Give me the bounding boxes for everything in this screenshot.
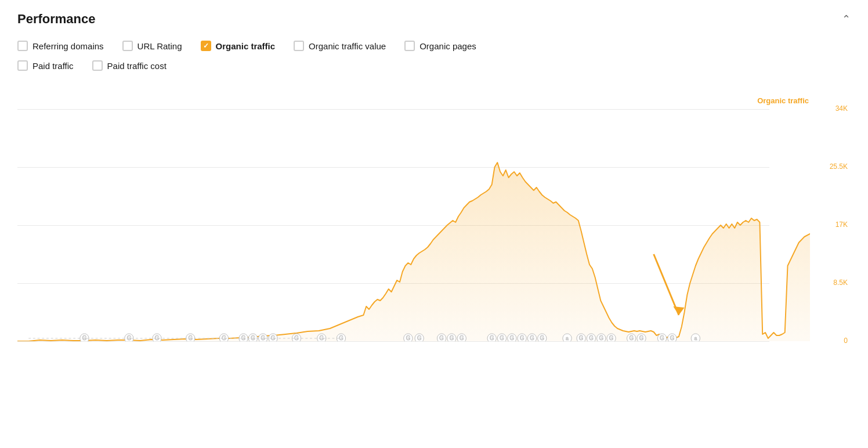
svg-text:G: G <box>629 335 633 341</box>
svg-text:G: G <box>670 335 674 341</box>
collapse-icon[interactable]: ⌃ <box>842 13 851 26</box>
filter-organic-traffic-value[interactable]: Organic traffic value <box>294 41 386 51</box>
svg-text:G: G <box>460 335 464 341</box>
svg-text:G: G <box>294 335 298 341</box>
label-organic-pages: Organic pages <box>419 41 476 51</box>
checkbox-organic-traffic-value[interactable] <box>294 41 304 51</box>
svg-text:G: G <box>639 335 643 341</box>
svg-text:G: G <box>320 335 324 341</box>
label-url-rating: URL Rating <box>138 41 182 51</box>
svg-line-0 <box>654 254 679 315</box>
label-organic-traffic-value: Organic traffic value <box>309 41 386 51</box>
checkbox-paid-traffic[interactable] <box>17 60 28 71</box>
filter-url-rating[interactable]: URL Rating <box>122 41 182 51</box>
y-axis-series-label: Organic traffic <box>757 96 809 105</box>
checkbox-organic-traffic[interactable] <box>201 41 211 51</box>
svg-text:G: G <box>241 335 245 341</box>
svg-text:G: G <box>155 335 159 341</box>
svg-text:a: a <box>694 335 697 341</box>
svg-text:G: G <box>251 335 255 341</box>
checkbox-referring-domains[interactable] <box>17 41 28 51</box>
svg-text:G: G <box>540 335 544 341</box>
page-title: Performance <box>17 12 96 27</box>
filter-paid-traffic-cost[interactable]: Paid traffic cost <box>92 60 167 71</box>
svg-text:G: G <box>439 335 443 341</box>
svg-text:G: G <box>589 335 593 341</box>
filter-organic-pages[interactable]: Organic pages <box>404 41 476 51</box>
svg-text:G: G <box>599 335 603 341</box>
filter-organic-traffic[interactable]: Organic traffic <box>201 41 276 51</box>
svg-text:G: G <box>417 335 421 341</box>
svg-text:G: G <box>450 335 454 341</box>
svg-text:G: G <box>261 335 265 341</box>
svg-text:G: G <box>530 335 534 341</box>
label-paid-traffic-cost: Paid traffic cost <box>107 61 167 71</box>
svg-text:G: G <box>500 335 504 341</box>
svg-text:G: G <box>271 335 275 341</box>
performance-chart: Organic traffic 34K 25.5K 17K 8.5K 0 <box>17 80 851 359</box>
filter-paid-traffic[interactable]: Paid traffic <box>17 60 74 71</box>
svg-text:G: G <box>660 335 664 341</box>
performance-header: Performance ⌃ <box>17 12 851 27</box>
svg-text:a: a <box>566 335 569 341</box>
chart-svg: G G G G G G G G <box>17 109 810 341</box>
svg-text:G: G <box>222 335 226 341</box>
label-organic-traffic: Organic traffic <box>216 41 276 51</box>
svg-text:G: G <box>579 335 583 341</box>
svg-text:G: G <box>406 335 410 341</box>
filter-row-1: Referring domainsURL RatingOrganic traff… <box>17 41 851 51</box>
checkbox-organic-pages[interactable] <box>404 41 415 51</box>
checkbox-url-rating[interactable] <box>122 41 133 51</box>
checkbox-paid-traffic-cost[interactable] <box>92 60 103 71</box>
svg-text:G: G <box>339 335 343 341</box>
svg-text:G: G <box>609 335 613 341</box>
svg-text:G: G <box>188 335 192 341</box>
label-referring-domains: Referring domains <box>32 41 104 51</box>
svg-text:G: G <box>127 335 131 341</box>
label-paid-traffic: Paid traffic <box>32 61 74 71</box>
svg-text:G: G <box>82 335 86 341</box>
svg-marker-1 <box>673 306 684 315</box>
filter-row-2: Paid trafficPaid traffic cost <box>17 60 851 71</box>
filter-referring-domains[interactable]: Referring domains <box>17 41 104 51</box>
svg-text:G: G <box>510 335 514 341</box>
svg-text:G: G <box>490 335 494 341</box>
svg-text:G: G <box>520 335 524 341</box>
